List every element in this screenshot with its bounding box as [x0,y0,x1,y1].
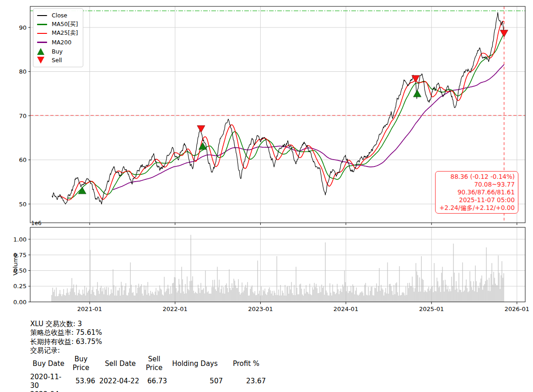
date-tick-label: 2021-01 [77,306,102,312]
cell: 2022-04-22 [99,373,141,391]
table-row: 2020-11-30 53.96 2022-04-22 66.73 507 23… [30,373,268,391]
trade-markers [78,30,508,194]
trade-table: Buy Date Buy Price Sell Date Sell Price … [30,355,268,392]
close-line-swatch [37,15,49,16]
price-tick-label: 60 [19,156,27,163]
cell: 2022-04-29 [30,390,67,392]
cell: 66.73 [141,373,167,391]
strategy-return-line: 策略总收益率: 75.61% [30,328,268,337]
volume-plot-border [30,227,525,302]
price-tick-label: 50 [19,201,27,208]
cell: 507 [167,373,226,391]
legend-label: MA200 [52,39,71,46]
cell: 53.96 [67,373,99,391]
buy-marker [414,90,421,97]
ma25-line-swatch [37,33,49,34]
tooltip-range-line: 70.08~93.77 [439,181,515,188]
price-tick-label: 90 [19,24,27,31]
cell: 2024-10-25 [99,390,141,392]
cell: 910 [167,390,226,392]
date-tick-label: 2023-01 [248,306,273,312]
price-tick-label: 80 [19,68,27,75]
sell-marker [412,75,420,82]
volume-tick-label: 0.25 [13,283,27,290]
tooltip-date-line: 2025-11-07 05:00 [439,196,515,204]
col-buy-date: Buy Date [30,355,67,373]
date-tick-label: 2024-01 [334,306,358,312]
legend-item-ma25: MA25[卖] [37,29,79,38]
volume-tick-label: 0.00 [13,299,27,306]
sell-marker [197,126,205,133]
ma200-line-swatch [37,42,49,43]
ma50-line-swatch [37,24,49,25]
legend-label: MA25[卖] [52,29,78,37]
date-tick-label: 2022-01 [163,306,188,312]
cell: 78.09 [141,390,167,392]
legend-item-buy: Buy [37,47,79,56]
volume-offset-label: 1e6 [31,220,42,226]
legend-item-ma50: MA50[买] [37,20,79,29]
table-row: 2022-04-29 64.01 2024-10-25 78.09 910 22… [30,390,268,392]
trade-log-title: 交易记录: [30,346,268,355]
col-buy-price: Buy Price [67,355,99,373]
hold-return-line: 长期持有收益: 63.75% [30,338,268,346]
volume-tick-label: 1.00 [13,236,27,243]
trade-table-header: Buy Date Buy Price Sell Date Sell Price … [30,355,268,373]
tooltip-price-line: 88.36 (-0.12 -0.14%) [439,173,515,181]
trade-count-line: XLU 交易次数: 3 [30,320,268,328]
legend-label: Buy [52,48,63,55]
sell-marker [500,30,508,37]
cell: 64.01 [67,390,99,392]
legend-label: Close [52,12,67,19]
col-holding-days: Holding Days [167,355,226,373]
tooltip-ma-line: 90.36/87.66/81.61 [439,188,515,196]
legend-item-ma200: MA200 [37,38,79,47]
tooltip-signal-line: +2.24/偏多/+2.12/+0.00 [439,204,515,212]
col-sell-date: Sell Date [99,355,141,373]
volume-axis-title: Volume [12,253,19,275]
date-tick-label: 2025-01 [419,306,444,312]
legend-label: Sell [52,57,62,64]
sell-triangle-icon [37,57,49,64]
legend-item-close: Close [37,11,79,20]
strategy-chart-page: 50607080900.000.250.500.751.002021-01202… [0,0,533,392]
price-tick-label: 70 [19,113,27,119]
buy-triangle-icon [37,48,49,55]
col-sell-price: Sell Price [141,355,167,373]
cell: 23.67 [226,373,268,391]
crosshair-tooltip: 88.36 (-0.12 -0.14%) 70.08~93.77 90.36/8… [435,171,518,214]
legend: Close MA50[买] MA25[卖] MA200 Buy Sell [33,8,83,67]
volume-bars [52,235,504,302]
col-profit-pct: Profit % [226,355,268,373]
legend-label: MA50[买] [52,21,78,28]
cell: 2020-11-30 [30,373,67,391]
date-tick-label: 2026-01 [505,306,529,312]
cell: 22.00 [226,390,268,392]
legend-item-sell: Sell [37,56,79,65]
summary-stats: XLU 交易次数: 3 策略总收益率: 75.61% 长期持有收益: 63.75… [30,320,268,392]
